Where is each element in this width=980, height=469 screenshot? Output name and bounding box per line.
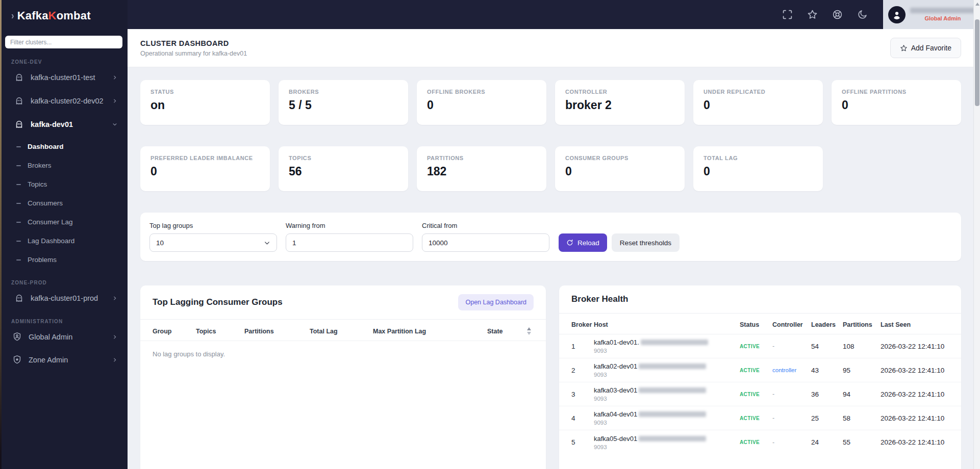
lag-panel-title: Top Lagging Consumer Groups [153, 297, 283, 307]
stat-card-consumer-groups: CONSUMER GROUPS0 [555, 146, 685, 191]
brand-title: KafkaKombat [17, 9, 91, 22]
top-lag-groups-label: Top lag groups [149, 222, 277, 229]
section-label-zone-dev: ZONE-DEV [0, 50, 128, 66]
sidebar-item-brokers[interactable]: Brokers [0, 156, 128, 175]
page-subtitle: Operational summary for kafka-dev01 [140, 50, 247, 57]
star-icon[interactable] [807, 9, 818, 20]
cluster-icon [14, 73, 24, 83]
stat-card-offline-brokers: OFFLINE BROKERS0 [417, 80, 546, 125]
topbar: Global Admin [128, 0, 980, 29]
col-total-lag[interactable]: Total Lag [310, 328, 373, 335]
cluster-filter-input[interactable] [5, 36, 122, 48]
col-host: Host [594, 321, 740, 328]
critical-from-label: Critical from [422, 222, 549, 229]
col-partitions[interactable]: Partitions [244, 328, 310, 335]
controller-link[interactable]: controller [772, 367, 811, 373]
cluster-icon [14, 120, 24, 129]
cluster-icon [14, 96, 24, 106]
stat-card-total-lag: TOTAL LAG0 [693, 146, 823, 191]
fullscreen-icon[interactable] [782, 9, 793, 20]
col-group[interactable]: Group [153, 328, 196, 335]
host-redacted [641, 340, 708, 345]
section-label-zone-prod: ZONE-PROD [0, 271, 128, 286]
cluster-icon [14, 294, 24, 303]
stats-row-2: PREFERRED LEADER IMBALANCE0 TOPICS56 PAR… [140, 146, 961, 191]
chevron-down-icon [264, 240, 270, 246]
top-lagging-consumer-groups-panel: Top Lagging Consumer Groups Open Lag Das… [140, 285, 546, 469]
chevron-right-icon [112, 98, 117, 103]
chevron-right-icon [112, 357, 117, 362]
add-favorite-button[interactable]: Add Favorite [890, 38, 961, 58]
cluster-subnav: Dashboard Brokers Topics Consumers Consu… [0, 136, 128, 271]
sidebar-item-consumer-lag[interactable]: Consumer Lag [0, 213, 128, 231]
sort-arrows-icon[interactable] [524, 327, 534, 335]
chevron-right-icon [112, 296, 117, 301]
broker-panel-title: Broker Health [571, 294, 628, 304]
broker-row-1: 1 kafka01-dev01.9093 ACTIVE - 54 108 202… [559, 334, 961, 358]
broker-row-5: 5 kafka05-dev019093 ACTIVE - 24 55 2026-… [559, 430, 961, 454]
open-lag-dashboard-button[interactable]: Open Lag Dashboard [458, 294, 534, 310]
chevron-right-icon [112, 75, 117, 80]
reset-thresholds-button[interactable]: Reset thresholds [612, 233, 680, 252]
app-logo[interactable]: › KafkaKombat [0, 0, 128, 32]
col-status: Status [740, 321, 772, 328]
sidebar-item-zone-admin[interactable]: Zone Admin [0, 348, 128, 371]
sidebar-item-kafka-dev01[interactable]: kafka-dev01 [0, 113, 128, 136]
stat-card-controller: CONTROLLERbroker 2 [555, 80, 685, 125]
lag-empty-message: No lag groups to display. [140, 341, 546, 367]
host-redacted [639, 436, 706, 441]
col-last-seen: Last Seen [881, 321, 949, 328]
lag-table-header: Group Topics Partitions Total Lag Max Pa… [140, 320, 546, 341]
stats-row-1: STATUSon BROKERS5 / 5 OFFLINE BROKERS0 C… [140, 80, 961, 125]
shield-star-icon [12, 355, 22, 364]
page-header: CLUSTER DASHBOARD Operational summary fo… [128, 29, 980, 67]
sidebar-item-global-admin[interactable]: Global Admin [0, 325, 128, 348]
sidebar-item-dashboard[interactable]: Dashboard [0, 137, 128, 156]
critical-from-input[interactable] [422, 233, 549, 252]
col-partitions: Partitions [843, 321, 881, 328]
star-outline-icon [900, 44, 908, 52]
col-leaders: Leaders [811, 321, 843, 328]
vertical-scrollbar[interactable] [973, 0, 980, 469]
warning-from-input[interactable] [286, 233, 413, 252]
status-badge: ACTIVE [740, 392, 772, 397]
main-content: STATUSon BROKERS5 / 5 OFFLINE BROKERS0 C… [128, 67, 973, 469]
window-edge-strip [0, 0, 2, 469]
sidebar-item-cluster02-dev02[interactable]: kafka-cluster02-dev02 [0, 89, 128, 113]
stat-card-topics: TOPICS56 [279, 146, 408, 191]
scrollbar-thumb[interactable] [975, 19, 979, 106]
page-title: CLUSTER DASHBOARD [140, 39, 247, 47]
status-badge: ACTIVE [740, 415, 772, 421]
host-redacted [639, 363, 706, 369]
shield-user-icon [12, 332, 22, 342]
chevron-down-icon [112, 122, 117, 127]
broker-health-panel: Broker Health Broker Host Status Control… [559, 285, 961, 469]
sidebar-item-cluster01-test[interactable]: kafka-cluster01-test [0, 66, 128, 89]
sidebar-item-lag-dashboard[interactable]: Lag Dashboard [0, 231, 128, 250]
status-badge: ACTIVE [740, 439, 772, 445]
stat-card-preferred-leader-imbalance: PREFERRED LEADER IMBALANCE0 [140, 146, 270, 191]
sidebar-item-cluster01-prod[interactable]: kafka-cluster01-prod [0, 286, 128, 310]
scrollbar-up-arrow[interactable] [975, 3, 979, 6]
broker-row-2: 2 kafka02-dev019093 ACTIVE controller 43… [559, 358, 961, 382]
col-max-partition-lag[interactable]: Max Partition Lag [373, 328, 487, 335]
col-controller: Controller [772, 321, 811, 328]
support-lifebuoy-icon[interactable] [832, 9, 843, 20]
dark-mode-moon-icon[interactable] [857, 9, 868, 20]
col-topics[interactable]: Topics [196, 328, 244, 335]
sidebar: › KafkaKombat ZONE-DEV kafka-cluster01-t… [0, 0, 128, 469]
stat-card-status: STATUSon [140, 80, 270, 125]
col-broker: Broker [571, 321, 594, 328]
sidebar-item-consumers[interactable]: Consumers [0, 194, 128, 213]
user-name-redacted [910, 8, 975, 13]
user-menu[interactable]: Global Admin [883, 0, 973, 29]
broker-table-header: Broker Host Status Controller Leaders Pa… [559, 314, 961, 334]
reload-button[interactable]: Reload [559, 233, 607, 252]
top-lag-groups-select[interactable]: 10 [149, 233, 277, 252]
col-state[interactable]: State [487, 328, 524, 335]
sidebar-collapse-icon[interactable]: › [11, 10, 14, 22]
stat-card-partitions: PARTITIONS182 [417, 146, 546, 191]
sidebar-item-problems[interactable]: Problems [0, 250, 128, 269]
broker-row-4: 4 kafka04-dev019093 ACTIVE - 25 58 2026-… [559, 406, 961, 430]
sidebar-item-topics[interactable]: Topics [0, 175, 128, 194]
